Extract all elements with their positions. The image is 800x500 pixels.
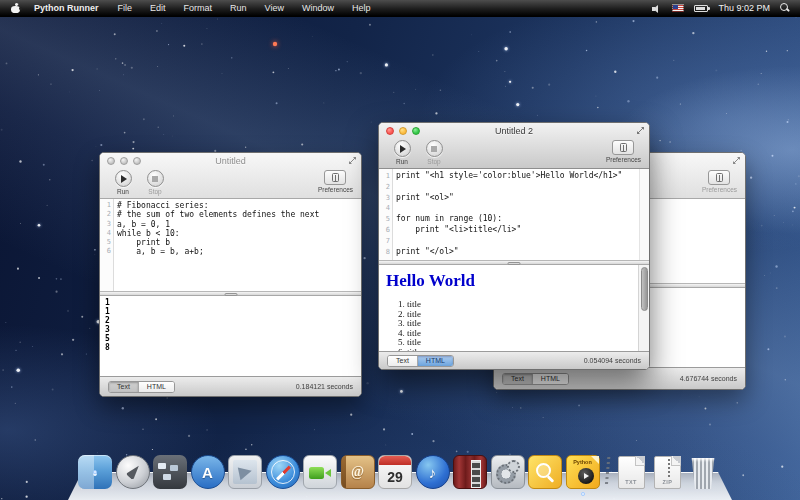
html-output-pane[interactable]: Hello World titletitletitletitletitletit… — [379, 265, 649, 351]
preferences-button[interactable]: Preferences — [606, 140, 641, 163]
calendar-date: 29 — [387, 466, 403, 488]
address-book-glyph: @ — [351, 464, 364, 480]
menu-item[interactable]: Edit — [141, 3, 175, 13]
menu-item[interactable]: Help — [343, 3, 380, 13]
rendered-list-item: title — [407, 348, 649, 351]
rendered-heading: Hello World — [386, 271, 649, 291]
switch-icon — [332, 173, 339, 182]
menu-item[interactable]: Run — [221, 3, 256, 13]
output-scrollbar[interactable] — [638, 265, 649, 351]
dock-icon-mail[interactable] — [228, 455, 262, 489]
dock-icon-safari[interactable] — [266, 455, 300, 489]
dock-icon-mission-control[interactable] — [153, 455, 187, 489]
line-number-gutter: 12345678 — [379, 169, 393, 260]
dock-icon-facetime[interactable] — [303, 455, 337, 489]
titlebar[interactable]: Untitled 2 — [379, 123, 649, 138]
play-icon — [115, 170, 132, 187]
fullscreen-icon[interactable] — [636, 126, 645, 135]
menu-bar-clock[interactable]: Thu 9:02 PM — [718, 3, 770, 13]
menu-items: FileEditFormatRunViewWindowHelp — [109, 3, 380, 13]
output-pane[interactable]: 112358 — [100, 296, 361, 376]
minimize-button[interactable] — [399, 127, 407, 135]
elapsed-time: 4.676744 seconds — [680, 375, 737, 382]
tab-text[interactable]: Text — [388, 356, 417, 366]
window-header: Untitled Run Stop Preferences — [100, 153, 361, 199]
preferences-button[interactable]: Preferences — [702, 170, 737, 193]
dock-icons: A @ 29 ♪ Python TXT ZIP — [78, 455, 717, 489]
spotlight-icon[interactable] — [780, 3, 790, 13]
tab-html[interactable]: HTML — [532, 374, 568, 384]
dock-icon-launchpad[interactable] — [116, 455, 150, 489]
dock-icon-find-utility[interactable] — [528, 455, 562, 489]
dock-icon-trash[interactable] — [690, 458, 717, 489]
scrollbar-thumb[interactable] — [641, 267, 648, 311]
minimize-button[interactable] — [120, 157, 128, 165]
rendered-list-item: title — [407, 310, 649, 320]
run-label: Run — [117, 188, 129, 195]
titlebar[interactable]: Untitled — [100, 153, 361, 168]
run-button[interactable]: Run — [387, 140, 417, 165]
dock-icon-finder[interactable] — [78, 455, 112, 489]
preferences-label: Preferences — [702, 186, 737, 193]
tab-text[interactable]: Text — [503, 374, 532, 384]
stop-button[interactable]: Stop — [419, 140, 449, 165]
input-language-flag-icon[interactable] — [672, 4, 684, 12]
volume-icon[interactable] — [652, 4, 662, 13]
menu-item[interactable]: Window — [293, 3, 343, 13]
close-button[interactable] — [386, 127, 394, 135]
dock-icon-system-preferences[interactable] — [491, 455, 525, 489]
app-menu-title[interactable]: Python Runner — [24, 3, 109, 13]
tab-html[interactable]: HTML — [138, 382, 174, 392]
stop-label: Stop — [427, 158, 440, 165]
fullscreen-icon[interactable] — [732, 156, 741, 165]
stop-icon — [426, 140, 443, 157]
window-untitled-2[interactable]: Untitled 2 Run Stop Preferences — [378, 122, 650, 370]
music-note-icon: ♪ — [429, 464, 437, 481]
dock-icon-txt-document[interactable]: TXT — [618, 456, 645, 489]
run-button[interactable]: Run — [108, 170, 138, 195]
dock-icon-python-runner[interactable]: Python — [566, 455, 600, 489]
elapsed-time: 0.054094 seconds — [584, 357, 641, 364]
status-bar: Text HTML 4.676744 seconds — [494, 367, 745, 389]
apple-menu[interactable] — [6, 0, 24, 16]
close-button[interactable] — [107, 157, 115, 165]
code-scrollbar[interactable] — [639, 169, 649, 260]
dock-icon-zip-document[interactable]: ZIP — [654, 456, 681, 489]
txt-label: TXT — [619, 479, 644, 485]
dock-icon-calendar[interactable]: 29 — [378, 455, 412, 489]
dock-icon-app-store[interactable]: A — [191, 455, 225, 489]
dock-icon-itunes[interactable]: ♪ — [416, 455, 450, 489]
rendered-list-item: title — [407, 329, 649, 339]
menu-item[interactable]: View — [256, 3, 293, 13]
switch-icon — [716, 173, 723, 182]
python-runner-label: Python — [567, 459, 599, 465]
zoom-button[interactable] — [412, 127, 420, 135]
code-editor[interactable]: 123456 # Fibonacci series:# the sum of t… — [100, 199, 361, 291]
dock-icon-photo-booth[interactable] — [453, 455, 487, 489]
dock-icon-address-book[interactable]: @ — [341, 455, 375, 489]
play-icon — [578, 468, 594, 484]
stop-button[interactable]: Stop — [140, 170, 170, 195]
switch-icon — [620, 143, 627, 152]
menu-bar-status: Thu 9:02 PM — [652, 0, 800, 16]
tab-text[interactable]: Text — [109, 382, 138, 392]
code-text[interactable]: # Fibonacci series:# the sum of two elem… — [114, 199, 361, 291]
battery-icon[interactable] — [694, 5, 708, 12]
menu-item[interactable]: Format — [175, 3, 222, 13]
apple-icon — [11, 3, 20, 13]
zoom-button[interactable] — [133, 157, 141, 165]
fullscreen-icon[interactable] — [348, 156, 357, 165]
preferences-button[interactable]: Preferences — [318, 170, 353, 193]
menu-item[interactable]: File — [109, 3, 142, 13]
zip-label: ZIP — [655, 479, 680, 485]
rendered-list-item: title — [407, 319, 649, 329]
run-label: Run — [396, 158, 408, 165]
code-editor[interactable]: 12345678 print "<h1 style='color:blue'>H… — [379, 169, 649, 260]
tab-html[interactable]: HTML — [417, 356, 453, 366]
status-bar: Text HTML 0.184121 seconds — [100, 376, 361, 396]
play-icon — [394, 140, 411, 157]
window-untitled[interactable]: Untitled Run Stop Preferences — [99, 152, 362, 397]
preferences-label: Preferences — [318, 186, 353, 193]
code-text[interactable]: print "<h1 style='color:blue'>Hello Worl… — [393, 169, 649, 260]
traffic-lights — [386, 127, 420, 135]
